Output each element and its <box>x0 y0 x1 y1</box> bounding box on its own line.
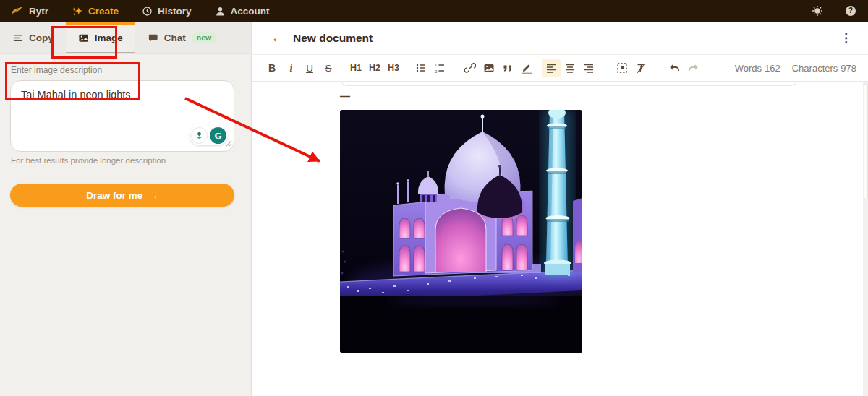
document-stats: Words 162 Characters 978 <box>735 63 859 74</box>
grammarly-widget: G <box>190 126 228 145</box>
previous-block-bottom <box>340 82 798 86</box>
grammarly-g-icon[interactable]: G <box>210 127 226 144</box>
tab-chat[interactable]: Chat new <box>135 22 229 53</box>
h3-button[interactable]: H3 <box>384 59 403 77</box>
strikethrough-button[interactable]: S <box>319 59 338 77</box>
italic-button[interactable]: i <box>281 59 300 77</box>
sparkles-icon <box>72 6 83 17</box>
clear-format-button[interactable] <box>631 59 650 77</box>
scrollbar-thumb[interactable] <box>864 84 868 199</box>
nav-account[interactable]: Account <box>215 6 270 17</box>
draw-button-label: Draw for me <box>86 190 142 201</box>
theme-sun-icon[interactable] <box>812 5 823 17</box>
nav-create[interactable]: Create <box>72 6 119 17</box>
draw-for-me-button[interactable]: Draw for me → <box>10 184 234 207</box>
align-center-button[interactable] <box>561 59 579 77</box>
highlight-pen-button[interactable] <box>517 59 536 77</box>
nav-account-label: Account <box>231 6 270 17</box>
new-badge: new <box>192 32 216 43</box>
ordered-list-button[interactable]: 1 2 <box>430 59 449 77</box>
bold-button[interactable]: B <box>263 59 281 77</box>
blockquote-button[interactable] <box>498 59 517 77</box>
tab-image[interactable]: Image <box>66 22 135 53</box>
document-title: New document <box>293 32 373 45</box>
back-arrow-icon[interactable]: ← <box>271 31 284 46</box>
image-tab-icon <box>78 33 89 43</box>
svg-text:1: 1 <box>435 63 438 67</box>
sidebar-tabs: Copy Image Chat new <box>0 22 251 54</box>
description-field-wrap: Taj Mahal in neon lights G <box>10 80 234 152</box>
redo-button[interactable] <box>684 59 702 77</box>
editor-toolbar: B i U S H1 H2 H3 1 2 <box>252 55 868 82</box>
help-icon[interactable]: ? <box>845 5 856 17</box>
undo-button[interactable] <box>665 59 684 77</box>
underline-button[interactable]: U <box>300 59 319 77</box>
document-divider: — <box>340 90 350 102</box>
textarea-resize-handle[interactable] <box>225 137 232 150</box>
clean-block-button[interactable] <box>613 59 631 77</box>
brand-name: Rytr <box>29 6 48 17</box>
copy-lines-icon <box>12 33 23 43</box>
tab-image-label: Image <box>95 33 123 43</box>
editor-scrollbar[interactable] <box>863 82 868 396</box>
kebab-menu-icon[interactable]: ⋮ <box>840 30 852 46</box>
bullet-list-button[interactable] <box>412 59 430 77</box>
tab-copy[interactable]: Copy <box>0 22 66 53</box>
description-label: Enter image description <box>11 65 102 75</box>
tab-copy-label: Copy <box>29 33 54 43</box>
generated-image[interactable] <box>340 110 582 353</box>
tab-chat-label: Chat <box>164 33 186 43</box>
h1-button[interactable]: H1 <box>346 59 365 77</box>
characters-count: Characters 978 <box>792 63 856 74</box>
chat-bubble-icon <box>148 33 158 43</box>
nav-history[interactable]: History <box>142 6 192 17</box>
document-header: ← New document ⋮ <box>252 22 868 55</box>
align-right-button[interactable] <box>579 59 598 77</box>
topbar: Rytr Create History Account <box>0 0 868 22</box>
nav-create-label: Create <box>88 6 119 17</box>
link-button[interactable] <box>461 59 480 77</box>
history-clock-icon <box>142 6 153 17</box>
grammarly-tone-icon[interactable] <box>191 127 208 144</box>
document-canvas[interactable]: — <box>252 82 868 396</box>
svg-text:2: 2 <box>435 69 438 74</box>
editor-panel: ← New document ⋮ B i U S H1 H2 H3 1 2 <box>252 22 868 396</box>
h2-button[interactable]: H2 <box>365 59 384 77</box>
svg-text:?: ? <box>848 7 853 14</box>
align-left-button[interactable] <box>542 59 561 77</box>
sidebar: Copy Image Chat new Enter image descript… <box>0 22 252 396</box>
insert-image-button[interactable] <box>480 59 498 77</box>
arrow-right-icon: → <box>148 190 158 201</box>
nav-history-label: History <box>158 6 192 17</box>
rytr-logo-icon <box>10 6 24 16</box>
brand-logo[interactable]: Rytr <box>10 6 48 17</box>
words-count: Words 162 <box>735 63 780 74</box>
description-hint: For best results provide longer descript… <box>11 156 166 165</box>
account-person-icon <box>215 6 226 17</box>
